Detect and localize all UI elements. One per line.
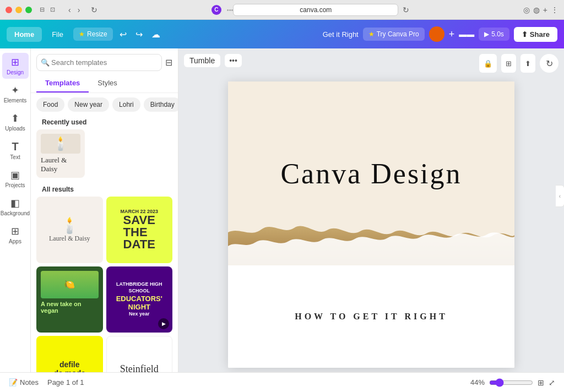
window-resize-btn[interactable]: ⊡	[48, 5, 57, 14]
sidebar-item-text[interactable]: T Text	[2, 137, 29, 164]
file-menu-button[interactable]: File	[46, 27, 69, 42]
sidebar-label-design: Design	[7, 69, 24, 75]
duplicate-button[interactable]: ⊞	[501, 54, 516, 73]
fullscreen-button[interactable]	[25, 7, 32, 13]
edu-subtext: Nex year	[129, 311, 150, 318]
vegan-image: 🍋	[41, 271, 99, 298]
address-input[interactable]	[233, 4, 398, 16]
tab-styles[interactable]: Styles	[89, 74, 126, 92]
resize-button[interactable]: ★ Resize	[73, 28, 113, 41]
export-button[interactable]: ⬆	[520, 54, 535, 73]
resize-label: Resize	[87, 30, 107, 38]
extensions-btn[interactable]: ◎	[523, 6, 530, 14]
play-icon: ▶	[162, 321, 166, 326]
refresh-page-btn[interactable]: ↻	[400, 4, 411, 15]
browser-actions: ◎ ◍ + ⋮	[523, 6, 558, 14]
bottom-bar: 📝 Notes Page 1 of 1 44% ⊞ ⤢	[0, 372, 564, 392]
template-thumb-educators[interactable]: LATHBRIDGE HIGH SCHOOL EDUCATORS' NIGHT …	[106, 266, 173, 333]
zoom-level: 44%	[470, 378, 485, 386]
search-input-wrap: 🔍	[36, 54, 162, 71]
back-button[interactable]: ‹	[66, 4, 73, 15]
page-indicator: Page 1 of 1	[47, 378, 84, 386]
chip-birthday[interactable]: Birthday	[144, 97, 178, 112]
recently-used-label: Recently used	[36, 116, 172, 129]
lock-button[interactable]: 🔒	[479, 54, 497, 73]
app: Home File ★ Resize ↩ ↪ ☁ Get it Right ★ …	[0, 20, 564, 392]
profile-btn[interactable]: ◍	[533, 6, 540, 14]
canvas-title: Tumble	[184, 54, 220, 67]
play-icon: ▶	[484, 30, 489, 38]
present-button[interactable]: ▶ 5.0s	[479, 28, 509, 41]
save-cloud-button[interactable]: ☁	[149, 27, 162, 42]
grid-view-button[interactable]: ⊞	[538, 378, 544, 387]
share-button[interactable]: ⬆ Share	[514, 27, 557, 42]
sidebar-item-elements[interactable]: ✦ Elements	[2, 81, 29, 107]
sidebar-item-uploads[interactable]: ⬆ Uploads	[2, 109, 29, 135]
notes-button[interactable]: 📝 Notes	[9, 378, 39, 386]
recently-used-thumb[interactable]: 🕯️ Laurel & Daisy	[36, 129, 85, 178]
text-icon: T	[12, 140, 18, 153]
background-icon: ◧	[10, 197, 20, 209]
search-input[interactable]	[36, 54, 162, 71]
canvas-main-text: Canva Design	[280, 157, 462, 190]
uploads-icon: ⬆	[11, 112, 19, 124]
address-bar: C ••• ↻	[104, 4, 518, 16]
chip-lohri[interactable]: Lohri	[112, 97, 140, 112]
more-btn[interactable]: ⋮	[551, 6, 558, 14]
forward-button[interactable]: ›	[75, 4, 83, 15]
traffic-lights	[6, 7, 32, 13]
bottom-right-controls: 44% ⊞ ⤢	[470, 378, 555, 387]
try-pro-button[interactable]: ★ Try Canva Pro	[363, 28, 425, 41]
avatar[interactable]	[429, 26, 444, 42]
canvas-bottom-section[interactable]: HOW TO GET IT RIGHT	[228, 265, 514, 368]
sidebar-item-projects[interactable]: ▣ Projects	[2, 166, 29, 192]
add-collaborator-button[interactable]: +	[449, 29, 455, 40]
share-label: Share	[530, 30, 550, 39]
canvas-menu-button[interactable]: •••	[225, 54, 242, 67]
sidebar-toggle-btn[interactable]: ⊟	[37, 5, 47, 14]
minimize-button[interactable]	[15, 7, 22, 13]
zoom-slider[interactable]	[489, 378, 533, 387]
all-results-label: All results	[36, 183, 172, 197]
sidebar-label-apps: Apps	[9, 238, 21, 244]
projects-icon: ▣	[10, 169, 20, 181]
canvas-area: Tumble ••• 🔒 ⊞ ⬆ ↻ Canva Design	[178, 48, 564, 372]
template-thumb-beige[interactable]: 🕯️ Laurel & Daisy	[36, 197, 103, 263]
fullscreen-canvas-button[interactable]: ⤢	[549, 378, 555, 387]
home-button[interactable]: Home	[7, 27, 42, 42]
chip-food[interactable]: Food	[36, 97, 64, 112]
undo-button[interactable]: ↩	[117, 27, 129, 42]
sidebar-item-apps[interactable]: ⊞ Apps	[2, 222, 29, 248]
candle-icon: 🕯️	[41, 134, 80, 154]
analytics-button[interactable]: ▬▬	[459, 30, 474, 39]
elements-icon: ✦	[11, 84, 19, 96]
redo-button[interactable]: ↪	[133, 27, 145, 42]
canvas-toolbar: Tumble •••	[184, 54, 242, 67]
topbar: Home File ★ Resize ↩ ↪ ☁ Get it Right ★ …	[0, 20, 564, 48]
reload-button[interactable]: ↻	[89, 4, 100, 15]
recently-used-row: 🕯️ Laurel & Daisy	[36, 129, 172, 178]
document-title: Get it Right	[323, 30, 359, 39]
close-button[interactable]	[6, 7, 12, 13]
canvas-top-section[interactable]: Canva Design	[228, 81, 514, 265]
chip-new-year[interactable]: New year	[68, 97, 109, 112]
save-date-text: SAVETHEDATE	[123, 214, 155, 251]
sidebar-item-design[interactable]: ⊞ Design	[2, 53, 29, 79]
template-thumb-steinfield[interactable]: Steinfield	[106, 336, 173, 372]
sidebar-item-background[interactable]: ◧ Background	[2, 194, 29, 220]
template-thumb-defile[interactable]: defilede mode	[36, 336, 103, 372]
filter-button[interactable]: ⊟	[165, 57, 172, 68]
browser-nav: ‹ ›	[66, 4, 82, 15]
topbar-right-controls: Get it Right ★ Try Canva Pro + ▬▬ ▶ 5.0s…	[323, 26, 557, 42]
template-thumb-save-date[interactable]: MARCH 22 2023 SAVETHEDATE	[106, 197, 173, 263]
canvas-right-tools: 🔒 ⊞ ⬆ ↻	[479, 54, 558, 73]
new-tab-btn[interactable]: +	[543, 6, 547, 14]
refresh-button[interactable]: ↻	[540, 54, 558, 73]
sidebar-label-projects: Projects	[5, 182, 25, 188]
play-duration: 5.0s	[491, 30, 504, 38]
filter-chips: Food New year Lohri Birthday ›	[31, 93, 178, 116]
sidebar-icons: ⊞ Design ✦ Elements ⬆ Uploads T Text ▣ P…	[0, 48, 31, 372]
template-thumb-vegan[interactable]: 🍋 A new take on vegan	[36, 266, 103, 333]
tab-templates[interactable]: Templates	[36, 74, 89, 92]
canvas-subtitle: HOW TO GET IT RIGHT	[295, 312, 448, 322]
